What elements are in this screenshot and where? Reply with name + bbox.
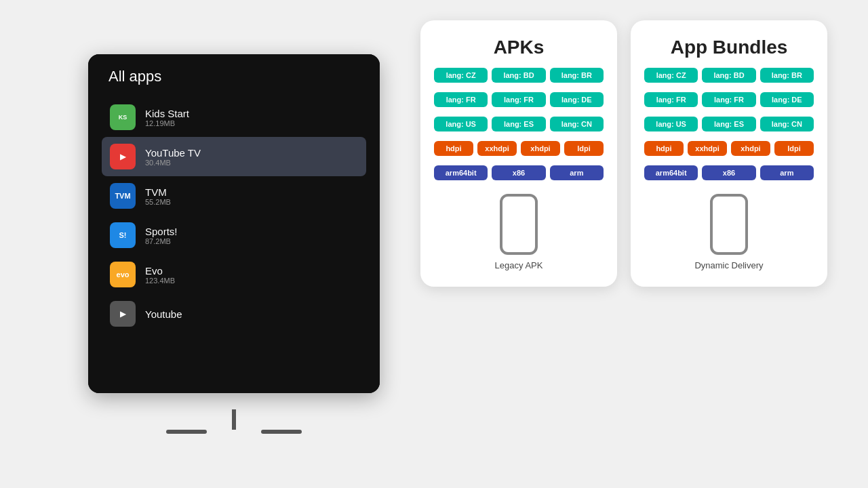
tag: xhdpi xyxy=(731,141,770,156)
app-bundles-card: App Bundles lang: CZ lang: BD lang: BR l… xyxy=(631,20,827,287)
tag: lang: US xyxy=(644,117,698,131)
app-icon-tvm: TVM xyxy=(110,183,136,209)
tv-base xyxy=(166,430,302,434)
app-name: YouTube TV xyxy=(145,147,201,159)
app-icon-youtube: ▶ xyxy=(110,301,136,327)
list-item[interactable]: S! Sports! 87.2MB xyxy=(102,216,366,255)
tag: lang: CZ xyxy=(644,68,698,83)
tag: ldpi xyxy=(564,141,604,156)
list-item[interactable]: TVM TVM 55.2MB xyxy=(102,176,366,216)
tag: x86 xyxy=(702,165,755,180)
tag: lang: BD xyxy=(492,68,545,83)
tag: lang: FR xyxy=(644,92,698,107)
app-list: KS Kids Start 12.19MB ▶ YouTube TV 30.4M… xyxy=(102,98,366,333)
tag: lang: ES xyxy=(702,117,755,131)
tags-grid-lang2: lang: FR lang: FR lang: DE xyxy=(434,92,604,107)
tag: lang: US xyxy=(434,117,488,131)
list-item-selected[interactable]: ▶ YouTube TV 30.4MB xyxy=(102,137,366,176)
tag: hdpi xyxy=(644,141,684,156)
tag: xhdpi xyxy=(521,141,560,156)
tags-grid-lang2-b: lang: FR lang: FR lang: DE xyxy=(644,92,814,107)
tv-leg-right xyxy=(261,430,302,434)
tag: arm xyxy=(550,165,604,180)
tag: hdpi xyxy=(434,141,473,156)
app-size: 12.19MB xyxy=(145,119,189,127)
phone-icon-container-b: Dynamic Delivery xyxy=(644,194,814,270)
tag: lang: CN xyxy=(760,117,814,131)
app-info: Sports! 87.2MB xyxy=(145,226,178,245)
app-name: Youtube xyxy=(145,308,182,320)
tv-frame: All apps KS Kids Start 12.19MB ▶ xyxy=(88,54,380,393)
app-icon-evo: evo xyxy=(110,262,136,287)
app-icon-kids: KS xyxy=(110,104,136,130)
cards-container: APKs lang: CZ lang: BD lang: BR lang: FR… xyxy=(420,20,827,287)
tv-screen: All apps KS Kids Start 12.19MB ▶ xyxy=(88,54,380,393)
tags-grid-dpi-b: hdpi xxhdpi xhdpi ldpi xyxy=(644,141,814,156)
tags-grid-abi: arm64bit x86 arm xyxy=(434,165,604,180)
tag: lang: BD xyxy=(702,68,755,83)
tag: xxhdpi xyxy=(477,141,517,156)
tag: arm xyxy=(760,165,814,180)
bundles-label: Dynamic Delivery xyxy=(694,260,763,270)
tags-grid-dpi: hdpi xxhdpi xhdpi ldpi xyxy=(434,141,604,156)
app-info: Youtube xyxy=(145,308,182,320)
tag: lang: ES xyxy=(492,117,545,131)
app-name: TVM xyxy=(145,186,171,198)
tags-grid-lang3-b: lang: US lang: ES lang: CN xyxy=(644,117,814,131)
list-item[interactable]: KS Kids Start 12.19MB xyxy=(102,98,366,137)
app-size: 87.2MB xyxy=(145,237,178,245)
tag: lang: BR xyxy=(550,68,604,83)
app-info: Kids Start 12.19MB xyxy=(145,108,189,127)
app-size: 30.4MB xyxy=(145,159,201,167)
tag: arm64bit xyxy=(644,165,698,180)
tag: x86 xyxy=(492,165,545,180)
list-item[interactable]: evo Evo 123.4MB xyxy=(102,255,366,294)
tag: lang: FR xyxy=(434,92,488,107)
tag: ldpi xyxy=(774,141,814,156)
list-item[interactable]: ▶ Youtube xyxy=(102,294,366,333)
tag: lang: CZ xyxy=(434,68,488,83)
tv-leg-left xyxy=(166,430,207,434)
tags-grid-lang3: lang: US lang: ES lang: CN xyxy=(434,117,604,131)
bundles-title: App Bundles xyxy=(644,37,814,58)
app-size: 123.4MB xyxy=(145,277,175,285)
tags-grid-lang1: lang: CZ lang: BD lang: BR xyxy=(434,68,604,83)
app-size: 55.2MB xyxy=(145,198,171,206)
app-name: Kids Start xyxy=(145,108,189,119)
apks-card: APKs lang: CZ lang: BD lang: BR lang: FR… xyxy=(420,20,617,287)
app-icon-youtube-tv: ▶ xyxy=(110,144,136,169)
phone-shape-b xyxy=(710,194,748,255)
app-icon-sports: S! xyxy=(110,222,136,248)
tags-grid-lang1-b: lang: CZ lang: BD lang: BR xyxy=(644,68,814,83)
tag: lang: DE xyxy=(760,92,814,107)
tv-title: All apps xyxy=(102,68,366,85)
tag: arm64bit xyxy=(434,165,488,180)
tag: lang: FR xyxy=(492,92,545,107)
tv-stand xyxy=(166,409,302,434)
app-info: YouTube TV 30.4MB xyxy=(145,147,201,167)
phone-shape xyxy=(500,194,538,255)
tag: xxhdpi xyxy=(688,141,727,156)
tv-neck xyxy=(232,409,236,430)
tv-container: All apps KS Kids Start 12.19MB ▶ xyxy=(88,54,380,434)
scene: All apps KS Kids Start 12.19MB ▶ xyxy=(0,0,868,488)
phone-icon-container: Legacy APK xyxy=(434,194,604,270)
tag: lang: FR xyxy=(702,92,755,107)
app-info: Evo 123.4MB xyxy=(145,265,175,285)
app-name: Sports! xyxy=(145,226,178,237)
apks-title: APKs xyxy=(434,37,604,58)
tag: lang: DE xyxy=(550,92,604,107)
app-info: TVM 55.2MB xyxy=(145,186,171,206)
tag: lang: CN xyxy=(550,117,604,131)
app-name: Evo xyxy=(145,265,175,277)
tag: lang: BR xyxy=(760,68,814,83)
tags-grid-abi-b: arm64bit x86 arm xyxy=(644,165,814,180)
apks-label: Legacy APK xyxy=(495,260,543,270)
